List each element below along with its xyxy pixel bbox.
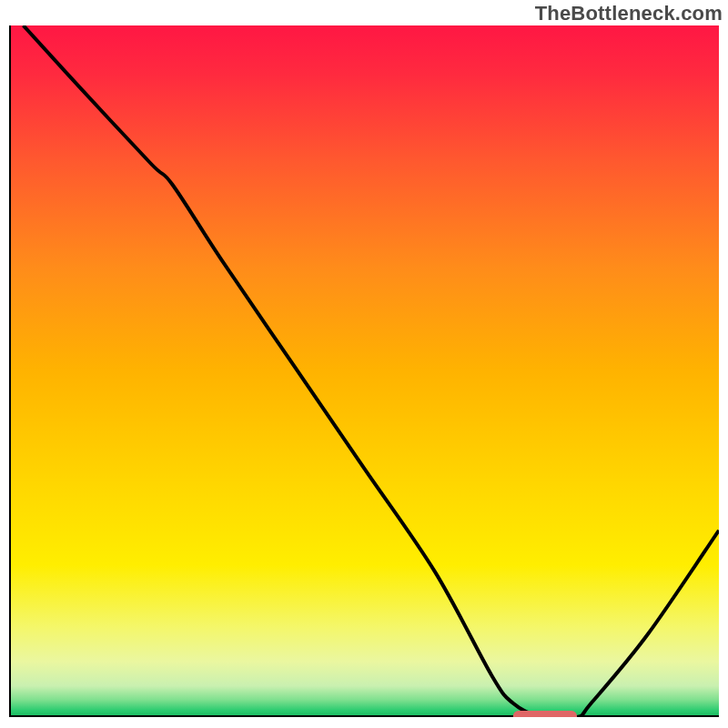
chart-container: TheBottleneck.com	[0, 0, 728, 728]
optimal-marker	[513, 711, 577, 717]
bottleneck-chart	[9, 25, 719, 717]
watermark-text: TheBottleneck.com	[535, 2, 723, 25]
gradient-background	[9, 25, 719, 717]
